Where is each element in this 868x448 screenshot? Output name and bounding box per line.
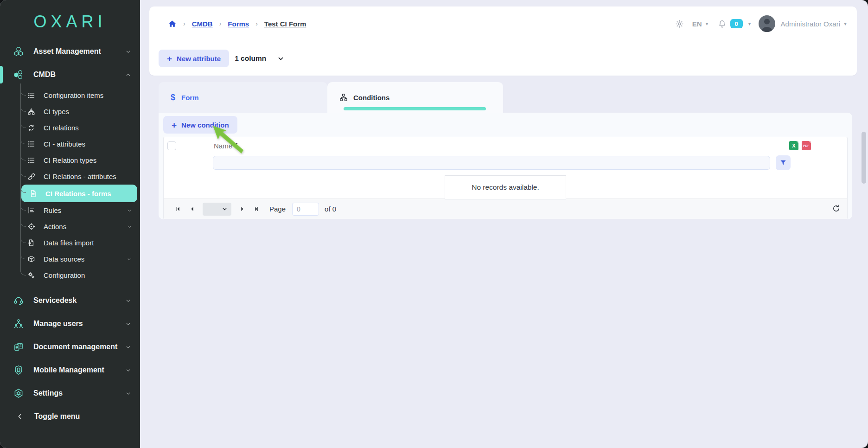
sidebar-item-ci-relations-forms[interactable]: CI Relations - forms: [21, 185, 137, 202]
sidebar-item-label: Rules: [44, 206, 61, 214]
toolbar: + New attribute 1 column: [149, 41, 857, 76]
gear-hexagon-icon: [13, 388, 24, 399]
sidebar-item-label: Data sources: [44, 255, 84, 263]
bell-icon[interactable]: [718, 19, 727, 28]
sidebar-item-configuration[interactable]: Configuration: [0, 267, 140, 283]
plus-icon: +: [172, 121, 177, 129]
first-page-button[interactable]: [174, 205, 182, 213]
sidebar-item-ci-relation-types[interactable]: CI Relation types: [0, 152, 140, 168]
sidebar-item-data-sources[interactable]: Data sources: [0, 251, 140, 267]
sidebar-item-label: CI types: [44, 108, 69, 115]
scrollbar[interactable]: [862, 132, 866, 184]
column-menu-icon[interactable]: [236, 143, 237, 148]
home-icon[interactable]: [168, 19, 177, 28]
sitemap-icon: [27, 107, 36, 116]
breadcrumb-link-forms[interactable]: Forms: [228, 20, 249, 28]
plus-icon: +: [167, 54, 172, 63]
chevron-down-icon: [122, 388, 134, 399]
sidebar-item-data-files-import[interactable]: Data files import: [0, 235, 140, 251]
caret-down-icon[interactable]: ▾: [748, 20, 751, 27]
sidebar-item-label: Manage users: [33, 320, 83, 328]
sidebar-item-ci-attributes[interactable]: CI - attributes: [0, 136, 140, 152]
sidebar-item-label: Asset Management: [33, 47, 101, 56]
new-attribute-button[interactable]: + New attribute: [159, 50, 229, 67]
sidebar-item-configuration-items[interactable]: Configuration items: [0, 87, 140, 103]
empty-state: No records available.: [445, 175, 566, 199]
chevron-down-icon: [122, 46, 134, 57]
tab-form-label: Form: [181, 94, 199, 102]
sidebar-item-document-management[interactable]: Document management: [0, 335, 140, 358]
sidebar-item-ci-types[interactable]: CI types: [0, 103, 140, 120]
column-layout-select[interactable]: 1 column: [235, 54, 284, 63]
toggle-menu-button[interactable]: Toggle menu: [0, 405, 140, 428]
toggle-menu-label: Toggle menu: [34, 412, 80, 421]
page-label: Page: [269, 205, 286, 213]
empty-state-message: No records available.: [472, 183, 539, 192]
export-pdf-icon[interactable]: PDF: [802, 141, 811, 150]
sitemap-icon: [339, 93, 348, 102]
export-excel-icon[interactable]: X: [789, 141, 798, 150]
sidebar-item-manage-users[interactable]: Manage users: [0, 312, 140, 335]
form-field-icon: $: [171, 93, 175, 102]
pagination-bar: Page of 0: [164, 198, 847, 219]
list-icon: [27, 140, 36, 148]
sidebar: OXARI Asset Management CMDB Configuratio…: [0, 0, 140, 448]
name-column-header: Name: [214, 142, 232, 150]
caret-down-icon[interactable]: ▾: [706, 20, 708, 27]
sidebar-item-rules[interactable]: Rules: [0, 202, 140, 218]
sidebar-item-label: Settings: [33, 389, 63, 397]
gear-icon[interactable]: [675, 19, 684, 28]
sidebar-item-ci-relations[interactable]: CI relations: [0, 120, 140, 136]
sidebar-item-label: Configuration: [44, 271, 85, 279]
list-icon: [27, 91, 36, 100]
sidebar-item-settings[interactable]: Settings: [0, 382, 140, 405]
language-selector[interactable]: EN: [692, 20, 702, 28]
avatar[interactable]: [759, 15, 775, 32]
sidebar-item-ci-relations-attributes[interactable]: CI Relations - attributes: [0, 168, 140, 185]
sidebar-item-asset-management[interactable]: Asset Management: [0, 40, 140, 63]
new-condition-button[interactable]: + New condition: [163, 116, 237, 134]
tab-form[interactable]: $ Form: [159, 82, 327, 113]
grid-body: No records available.: [164, 171, 847, 198]
grid-filter-row: [164, 154, 847, 171]
refresh-button[interactable]: [832, 204, 841, 214]
sidebar-item-label: Servicedesk: [33, 296, 77, 305]
select-all-checkbox[interactable]: [167, 141, 176, 150]
chevron-down-icon: [222, 206, 228, 212]
page-size-select[interactable]: [203, 203, 231, 216]
chevron-down-icon: [125, 222, 134, 231]
caret-down-icon[interactable]: ▾: [844, 20, 847, 27]
sidebar-item-label: CI relations: [44, 124, 79, 132]
topbar-controls: EN ▾ 0 ▾ Administrator Oxari ▾: [675, 15, 847, 32]
sidebar-item-cmdb[interactable]: CMDB: [0, 63, 140, 86]
conditions-toolbar: + New condition: [163, 113, 848, 137]
breadcrumb-link-cmdb[interactable]: CMDB: [192, 20, 213, 28]
tab-conditions[interactable]: Conditions: [327, 82, 503, 113]
new-condition-label: New condition: [181, 121, 229, 129]
sidebar-item-label: Actions: [44, 223, 66, 230]
filter-button[interactable]: [776, 155, 791, 170]
header-panel: › CMDB › Forms › Test CI Form EN ▾ 0 ▾: [149, 6, 857, 76]
hexagon-cluster-icon: [13, 46, 24, 57]
sidebar-item-label: CI Relations - attributes: [44, 173, 116, 180]
next-page-button[interactable]: [238, 205, 246, 213]
file-import-icon: [27, 238, 36, 247]
previous-page-button[interactable]: [188, 205, 196, 213]
sidebar-item-mobile-management[interactable]: Mobile Management: [0, 358, 140, 382]
name-filter-input[interactable]: [213, 156, 770, 170]
sidebar-item-label: CI Relation types: [44, 156, 96, 164]
page-number-input[interactable]: [292, 203, 319, 216]
notification-badge[interactable]: 0: [730, 19, 743, 28]
grid-header-row: Name X PDF: [164, 137, 847, 154]
molecule-icon: [13, 69, 24, 80]
breadcrumb-separator: ›: [219, 20, 222, 27]
sidebar-item-label: CMDB: [33, 70, 56, 79]
sidebar-item-actions[interactable]: Actions: [0, 218, 140, 235]
column-layout-value: 1 column: [235, 54, 266, 63]
breadcrumb-current: Test CI Form: [264, 20, 306, 28]
user-name[interactable]: Administrator Oxari: [781, 20, 840, 28]
active-tab-indicator: [344, 107, 486, 110]
sidebar-item-servicedesk[interactable]: Servicedesk: [0, 289, 140, 312]
chevron-down-icon: [122, 365, 134, 376]
last-page-button[interactable]: [252, 205, 260, 213]
